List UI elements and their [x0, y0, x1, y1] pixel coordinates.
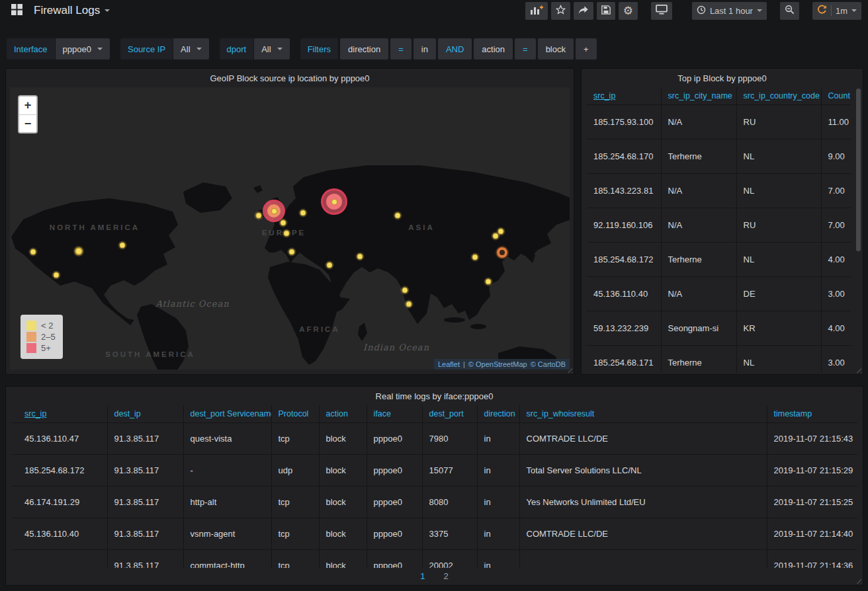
map-marker[interactable] — [30, 249, 36, 255]
cell: pppoe0 — [367, 518, 422, 549]
star-dashboard-button[interactable] — [551, 2, 570, 20]
map-marker[interactable] — [281, 220, 286, 226]
map-marker[interactable] — [402, 288, 408, 294]
column-header-iface[interactable]: iface — [367, 405, 422, 422]
panel-title[interactable]: Real time logs by iface:pppoe0 — [6, 387, 863, 405]
world-map[interactable]: NORTH AMERICA SOUTH AMERICA EUROPE ASIA … — [10, 87, 570, 370]
column-header-src-ip[interactable]: src_ip — [587, 87, 661, 104]
share-dashboard-button[interactable] — [574, 2, 593, 20]
panel-title[interactable]: Top ip Block by pppoe0 — [582, 69, 863, 87]
leaflet-link[interactable]: Leaflet — [438, 360, 460, 368]
map-marker[interactable] — [498, 229, 504, 235]
map-marker-cluster-large[interactable] — [321, 188, 347, 215]
cell: 46.174.191.29 — [11, 486, 107, 518]
map-marker[interactable] — [472, 255, 478, 260]
map-marker[interactable] — [256, 213, 262, 219]
refresh-picker[interactable]: 1m — [812, 2, 861, 20]
adhoc-filter-key-direction[interactable]: direction — [340, 38, 388, 59]
adhoc-filter-value-in[interactable]: in — [413, 38, 436, 59]
map-marker[interactable] — [486, 279, 492, 285]
variable-dport-value-dropdown[interactable]: All — [254, 38, 289, 59]
panel-title[interactable]: GeoIP Block source ip location by pppoe0 — [6, 69, 574, 87]
cell: RU — [736, 208, 821, 242]
page-button-2[interactable]: 2 — [444, 571, 449, 581]
column-header-dest-port[interactable]: dest_port — [422, 405, 477, 422]
save-dashboard-button[interactable] — [597, 2, 615, 20]
cell: - — [183, 454, 271, 486]
column-header-src-ip[interactable]: src_ip — [11, 405, 107, 422]
adhoc-filter-operator[interactable]: = — [390, 38, 412, 59]
add-filter-button[interactable]: + — [576, 38, 597, 59]
cell: 7.00 — [821, 173, 851, 208]
map-marker[interactable] — [357, 254, 363, 260]
adhoc-filter-value-block[interactable]: block — [538, 38, 574, 59]
cell: 7980 — [422, 422, 477, 454]
map-marker-cluster-large[interactable] — [263, 200, 285, 222]
map-marker[interactable] — [54, 272, 60, 278]
column-header-servicename[interactable]: dest_port Servicename — [183, 405, 271, 422]
cell: N/A — [661, 173, 736, 208]
monitor-icon — [656, 5, 668, 17]
map-marker[interactable] — [300, 210, 306, 216]
map-marker[interactable] — [75, 247, 83, 255]
map-marker[interactable] — [327, 262, 333, 268]
table-row: 185.254.68.171TerherneNL3.00 — [587, 345, 851, 373]
column-header-action[interactable]: action — [319, 405, 367, 422]
page-button-1[interactable]: 1 — [420, 571, 425, 581]
share-icon — [578, 5, 589, 17]
settings-button[interactable]: ⚙ — [619, 2, 638, 20]
zoom-out-time-button[interactable] — [780, 2, 799, 20]
star-icon — [556, 5, 566, 17]
scrollbar-thumb[interactable] — [856, 89, 861, 251]
cell: 15077 — [422, 454, 477, 486]
variable-interface-value-dropdown[interactable]: pppoe0 — [56, 38, 110, 59]
main-menu-button[interactable] — [7, 2, 27, 20]
zoom-in-button[interactable]: + — [19, 97, 36, 114]
chevron-down-icon — [277, 48, 282, 50]
column-header-dest-ip[interactable]: dest_ip — [107, 405, 183, 422]
legend-swatch-high — [26, 343, 36, 353]
legend-swatch-mid — [26, 332, 36, 342]
cell: N/A — [661, 104, 736, 139]
map-marker[interactable] — [289, 249, 295, 255]
cartodb-link[interactable]: © CartoDB — [531, 360, 566, 368]
cell: block — [319, 486, 367, 518]
cell: 2019-11-07 21:15:25 — [767, 486, 857, 518]
column-header-timestamp[interactable]: timestamp — [767, 405, 857, 422]
cycle-view-button[interactable] — [651, 2, 672, 20]
cell: N/A — [661, 208, 736, 242]
cell: N/A — [661, 276, 736, 311]
column-header-count[interactable]: Count — [821, 87, 851, 104]
adhoc-filter-condition[interactable]: AND — [438, 38, 472, 59]
adhoc-filter-key-action[interactable]: action — [474, 38, 513, 59]
time-range-picker[interactable]: Last 1 hour — [692, 2, 767, 20]
dashboard-title-dropdown[interactable]: Firewall Logs — [34, 4, 110, 17]
top-ip-block-panel: Top ip Block by pppoe0 src_ip src_ip_cit… — [581, 68, 863, 375]
column-header-city[interactable]: src_ip_city_name — [661, 87, 736, 104]
column-header-country[interactable]: src_ip_country_code — [736, 87, 821, 104]
zoom-out-button[interactable]: − — [19, 114, 36, 132]
map-marker[interactable] — [395, 213, 401, 219]
cell: KR — [736, 311, 821, 345]
openstreetmap-link[interactable]: © OpenStreetMap — [468, 360, 527, 368]
map-marker[interactable] — [493, 233, 499, 239]
variable-source-ip-value-dropdown[interactable]: All — [173, 38, 208, 59]
map-marker[interactable] — [120, 243, 126, 249]
cell: 185.175.93.100 — [587, 104, 661, 139]
column-header-protocol[interactable]: Protocol — [271, 405, 319, 422]
column-header-whois[interactable]: src_ip_whoisresult — [519, 405, 767, 422]
map-marker[interactable] — [406, 301, 412, 307]
cell: 20002 — [422, 549, 477, 568]
column-header-direction[interactable]: direction — [477, 405, 519, 422]
map-label-africa: AFRICA — [299, 325, 339, 333]
adhoc-filter-operator[interactable]: = — [515, 38, 536, 59]
map-marker[interactable] — [284, 231, 290, 237]
cell: Terherne — [661, 242, 736, 276]
add-panel-button[interactable] — [525, 2, 548, 20]
map-label-south-america: SOUTH AMERICA — [105, 350, 195, 358]
cell: 2019-11-07 21:14:36 — [767, 549, 857, 568]
map-marker-ring[interactable] — [497, 247, 507, 258]
cell: 91.3.85.117 — [107, 422, 183, 454]
cell: 11.00 — [821, 104, 851, 139]
variable-source-ip-label: Source IP — [120, 38, 173, 59]
